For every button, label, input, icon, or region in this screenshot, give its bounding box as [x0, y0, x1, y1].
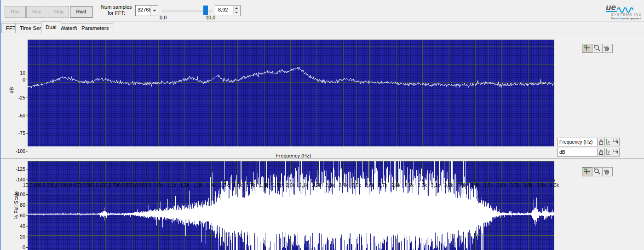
- fft-x-tickmark: [237, 180, 238, 181]
- fft-x-tick-label: 600,0: [99, 182, 111, 188]
- zoom-tool-icon[interactable]: [592, 44, 603, 53]
- lock-icon: [598, 148, 604, 156]
- slider-max-label: 10,0: [206, 15, 215, 20]
- y-scale-autoscale-button[interactable]: Y: [604, 148, 612, 157]
- fft-x-tick-label: 2,3k: [325, 182, 334, 188]
- logo-sub-text: SYSTEMS INC: [611, 12, 642, 17]
- fft-y-tickmark: [26, 98, 28, 98]
- fft-x-tick-label: 300,0: [60, 182, 72, 188]
- time-waveform-plot[interactable]: [28, 161, 554, 250]
- fft-x-tick-label: 3,2k: [444, 182, 453, 188]
- tab-parameters[interactable]: Parameters: [77, 23, 113, 33]
- ts-y-tick-label: 100: [0, 192, 25, 197]
- num-samples-label-line1: Num samples: [101, 4, 132, 10]
- num-samples-value: 32768: [138, 7, 152, 12]
- rwd-button[interactable]: Rwd: [70, 6, 92, 18]
- fft-x-tickmark: [330, 180, 330, 181]
- y-scale-letter: Y: [607, 150, 610, 154]
- logo-main-text: ue: [606, 2, 616, 12]
- fft-x-tickmark: [92, 180, 93, 181]
- speed-numeric-value: 8,92: [218, 7, 228, 12]
- ts-y-tickmark: [26, 247, 28, 248]
- lock-icon: [598, 138, 604, 146]
- fft-x-tickmark: [251, 180, 251, 181]
- speed-slider-handle[interactable]: [203, 6, 208, 15]
- ts-y-tick-label: -0: [0, 244, 25, 250]
- fft-y-tickmark: [26, 169, 28, 169]
- ts-y-tickmark: [26, 215, 28, 216]
- rec-button[interactable]: Rec: [5, 6, 26, 18]
- ts-graph-palette: [582, 167, 613, 176]
- fft-x-tick-label: 3,7k: [510, 182, 519, 188]
- fft-x-tick-label: 2,1k: [299, 182, 308, 188]
- y-scale-lock-button[interactable]: [597, 148, 605, 157]
- y-scale-name-field[interactable]: dB: [557, 148, 598, 157]
- fft-x-tickmark: [66, 180, 66, 181]
- fft-x-tick-label: 1,8k: [259, 182, 269, 188]
- fft-x-tick-label: 1,4k: [207, 182, 216, 188]
- fft-x-tickmark: [501, 180, 502, 181]
- tab-page-border: [0, 33, 644, 33]
- spin-up-button[interactable]: [234, 6, 240, 11]
- run-button[interactable]: Run: [26, 6, 47, 18]
- num-samples-combobox[interactable]: 32768: [135, 5, 158, 16]
- ts-y-tickmark: [26, 205, 28, 205]
- ts-y-tickmark: [26, 194, 28, 195]
- ts-y-tick-label: 20: [0, 234, 25, 239]
- tab-dual[interactable]: Dual: [41, 22, 61, 34]
- fft-x-tickmark: [277, 180, 277, 181]
- app-window: Rec Run Stop Rwd Num samples for FFT: 32…: [0, 0, 644, 250]
- fft-x-tick-label: 1,7k: [246, 182, 255, 188]
- fft-x-tick-label: 1,3k: [193, 182, 202, 188]
- fft-x-tickmark: [489, 180, 489, 181]
- fft-x-tick-label: 2,0k: [286, 182, 295, 188]
- fft-x-tickmark: [541, 180, 541, 181]
- fft-spectrum-plot[interactable]: [28, 40, 554, 146]
- fft-x-tick-label: 3,9k: [536, 182, 546, 188]
- fft-x-tickmark: [422, 180, 423, 181]
- fft-x-tickmark: [462, 180, 462, 181]
- fft-x-tick-label: 2,4k: [339, 182, 348, 188]
- logo-tagline-pre: The: [611, 17, 616, 20]
- x-scale-name-field[interactable]: Frequency (Hz): [557, 138, 598, 146]
- slider-min-label: 0,0: [160, 15, 167, 20]
- x-scale-lock-button[interactable]: [597, 138, 605, 146]
- fft-x-tick-label: 1,5k: [220, 182, 229, 188]
- window-edge-accent: [0, 0, 1, 250]
- fft-x-tickmark: [53, 180, 53, 181]
- fft-x-tickmark: [436, 180, 436, 181]
- speed-numeric-field[interactable]: 8,92: [215, 5, 241, 16]
- fft-x-tickmark: [198, 180, 198, 181]
- spin-down-button[interactable]: [234, 11, 240, 15]
- fft-x-tickmark: [224, 180, 225, 181]
- fft-x-tick-label: 2,5k: [352, 182, 361, 188]
- fft-x-tick-label: 2,8k: [391, 182, 401, 188]
- fft-x-tick-label: 1,0k: [154, 182, 163, 188]
- fft-x-axis-title: Frequency (Hz): [276, 153, 311, 158]
- fft-x-tick-label: 200,0: [46, 182, 58, 188]
- num-samples-label: Num samples for FFT:: [98, 4, 135, 16]
- x-scale-format-button[interactable]: 1.2: [612, 138, 620, 146]
- fft-x-tickmark: [132, 180, 132, 181]
- crosshair-tool-icon[interactable]: [582, 167, 592, 176]
- zoom-tool-icon[interactable]: [592, 167, 603, 176]
- fft-x-tick-label: 2,2k: [312, 182, 322, 188]
- fft-x-tick-label: 1,9k: [272, 182, 282, 188]
- stop-button[interactable]: Stop: [48, 6, 69, 18]
- fft-x-tickmark: [383, 180, 383, 181]
- x-scale-autoscale-button[interactable]: X: [604, 138, 612, 146]
- fft-x-tick-label: 2,7k: [378, 182, 387, 188]
- fft-x-tick-label: 3,0k: [418, 182, 427, 188]
- crosshair-tool-icon[interactable]: [582, 44, 592, 53]
- pan-tool-icon[interactable]: [602, 44, 613, 53]
- pan-tool-icon[interactable]: [602, 167, 613, 176]
- y-scale-format-button[interactable]: 1.2: [612, 148, 620, 157]
- fft-x-tickmark: [290, 180, 291, 181]
- ts-y-tick-label: 80: [0, 202, 25, 208]
- fft-x-tickmark: [409, 180, 409, 181]
- spin-down-icon: [235, 12, 238, 13]
- combobox-dropdown-button[interactable]: [150, 6, 158, 16]
- panel-divider: [0, 158, 644, 160]
- fft-x-tickmark: [304, 180, 304, 181]
- fft-x-tickmark: [475, 180, 476, 181]
